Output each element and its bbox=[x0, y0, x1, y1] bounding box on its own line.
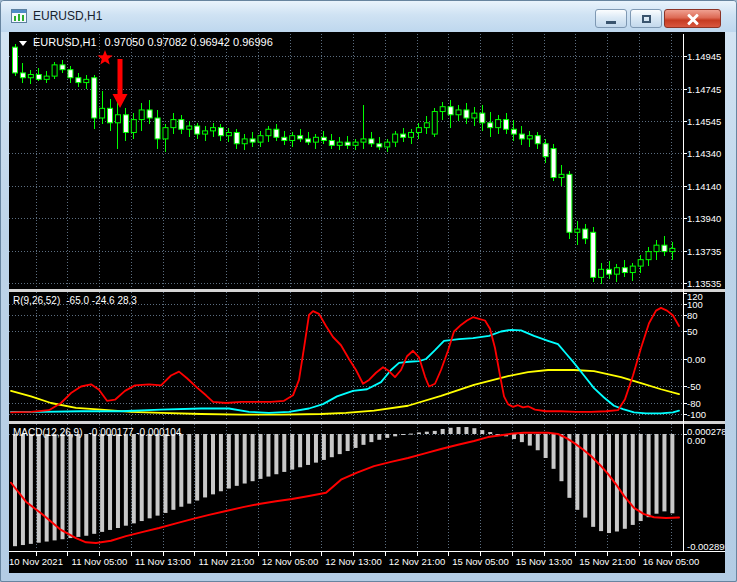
svg-text:1.13535: 1.13535 bbox=[687, 278, 721, 289]
minimize-button[interactable] bbox=[595, 9, 627, 28]
svg-text:12 Nov 13:00: 12 Nov 13:00 bbox=[325, 556, 382, 567]
svg-text:-80: -80 bbox=[687, 398, 701, 409]
close-icon bbox=[687, 14, 699, 24]
application-window: EURUSD,H1 1.149451.147451.145451.143401.… bbox=[0, 0, 737, 582]
svg-text:-50: -50 bbox=[687, 381, 701, 392]
oscillator-lines bbox=[11, 308, 679, 415]
svg-text:-0.002895: -0.002895 bbox=[687, 541, 725, 552]
macd-plot bbox=[11, 427, 679, 546]
svg-text:50: 50 bbox=[687, 326, 698, 337]
svg-text:1.14140: 1.14140 bbox=[687, 181, 721, 192]
window-title: EURUSD,H1 bbox=[33, 1, 102, 32]
svg-text:80: 80 bbox=[687, 310, 698, 321]
svg-text:15 Nov 05:00: 15 Nov 05:00 bbox=[452, 556, 509, 567]
svg-text:1.14945: 1.14945 bbox=[687, 51, 721, 62]
svg-text:12 Nov 05:00: 12 Nov 05:00 bbox=[262, 556, 319, 567]
svg-text:1.14340: 1.14340 bbox=[687, 148, 721, 159]
svg-text:1.14545: 1.14545 bbox=[687, 116, 721, 127]
svg-text:11 Nov 05:00: 11 Nov 05:00 bbox=[72, 556, 128, 567]
maximize-button[interactable] bbox=[630, 9, 662, 28]
chart-client-area: 1.149451.147451.145451.143401.141401.139… bbox=[9, 32, 725, 573]
svg-text:15 Nov 21:00: 15 Nov 21:00 bbox=[579, 556, 636, 567]
svg-text:0.00: 0.00 bbox=[687, 354, 706, 365]
svg-text:16 Nov 05:00: 16 Nov 05:00 bbox=[643, 556, 700, 567]
window-titlebar[interactable]: EURUSD,H1 bbox=[1, 1, 736, 32]
svg-text:-100: -100 bbox=[687, 409, 706, 420]
close-button[interactable] bbox=[664, 9, 721, 28]
maximize-icon bbox=[642, 15, 651, 23]
svg-text:100: 100 bbox=[687, 299, 703, 310]
svg-text:11 Nov 13:00: 11 Nov 13:00 bbox=[135, 556, 191, 567]
window-controls bbox=[595, 9, 721, 28]
svg-text:15 Nov 13:00: 15 Nov 13:00 bbox=[516, 556, 573, 567]
svg-text:10 Nov 2021: 10 Nov 2021 bbox=[9, 556, 63, 567]
svg-text:1.13735: 1.13735 bbox=[687, 246, 721, 257]
svg-text:11 Nov 21:00: 11 Nov 21:00 bbox=[199, 556, 255, 567]
svg-text:1.14745: 1.14745 bbox=[687, 84, 721, 95]
svg-text:0.00: 0.00 bbox=[687, 435, 706, 446]
svg-text:12 Nov 21:00: 12 Nov 21:00 bbox=[389, 556, 446, 567]
chart-canvas[interactable]: 1.149451.147451.145451.143401.141401.139… bbox=[9, 32, 725, 573]
svg-text:1.13940: 1.13940 bbox=[687, 213, 721, 224]
chart-window-icon bbox=[11, 8, 27, 24]
down-arrow-marker-icon bbox=[113, 59, 128, 108]
minimize-icon bbox=[606, 21, 616, 24]
